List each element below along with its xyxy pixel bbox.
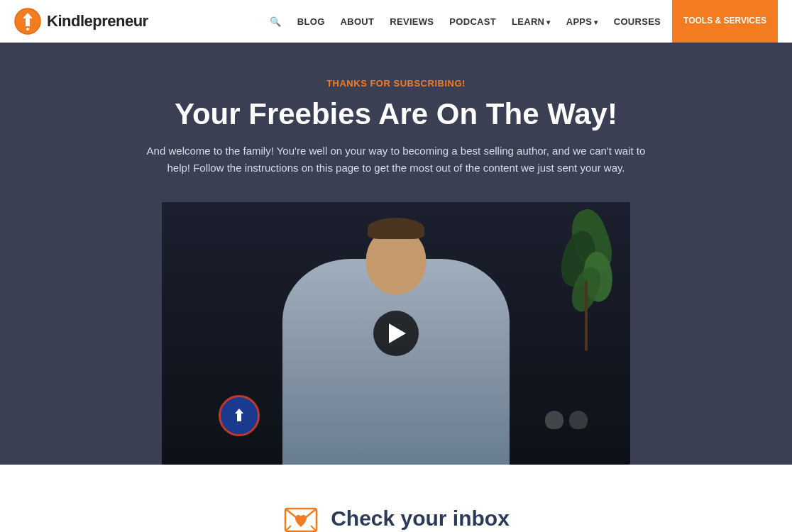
- nav-about[interactable]: ABOUT: [341, 16, 375, 27]
- hero-title: Your Freebies Are On The Way!: [14, 97, 778, 131]
- hero-subtitle: And welcome to the family! You're well o…: [141, 143, 651, 177]
- inbox-section: Check your inbox: [0, 465, 792, 532]
- logo-text: Kindlepreneur: [47, 12, 148, 31]
- video-overlay: [162, 202, 630, 465]
- play-icon: [389, 323, 406, 343]
- thanks-label: THANKS FOR SUBSCRIBING!: [14, 78, 778, 89]
- envelope-icon: [282, 500, 319, 532]
- navigation: Kindlepreneur 🔍 BLOG ABOUT REVIEWS PODCA…: [0, 0, 792, 43]
- nav-blog[interactable]: BLOG: [297, 16, 325, 27]
- tools-services-button[interactable]: TOOLS & SERVICES: [672, 0, 778, 43]
- inbox-area: Check your inbox: [14, 500, 778, 532]
- video-player[interactable]: [162, 202, 630, 465]
- nav-links: 🔍 BLOG ABOUT REVIEWS PODCAST LEARN APPS …: [270, 16, 661, 27]
- logo-icon: [14, 8, 41, 35]
- nav-reviews[interactable]: REVIEWS: [390, 16, 434, 27]
- nav-learn[interactable]: LEARN: [512, 16, 551, 27]
- play-button[interactable]: [373, 311, 419, 356]
- inbox-title: Check your inbox: [331, 506, 510, 531]
- hero-section: THANKS FOR SUBSCRIBING! Your Freebies Ar…: [0, 43, 792, 465]
- logo-link[interactable]: Kindlepreneur: [14, 8, 148, 35]
- svg-point-2: [26, 28, 29, 31]
- search-icon[interactable]: 🔍: [270, 16, 281, 27]
- nav-courses[interactable]: COURSES: [614, 16, 661, 27]
- nav-apps[interactable]: APPS: [566, 16, 598, 27]
- nav-podcast[interactable]: PODCAST: [449, 16, 496, 27]
